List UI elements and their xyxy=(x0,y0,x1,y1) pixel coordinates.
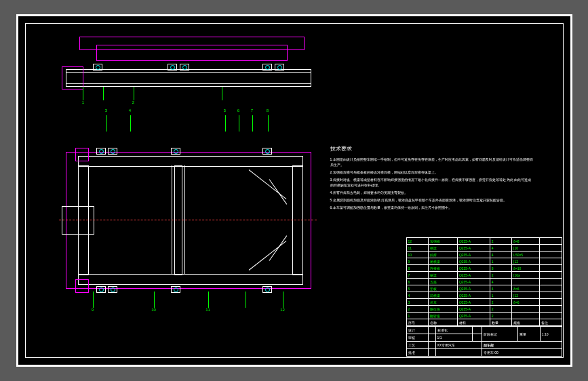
leader xyxy=(106,115,107,132)
bom-cell-note xyxy=(540,285,562,292)
bom-row: 12加强板Q235-A2δ=8 xyxy=(406,238,562,245)
bom-cell-qty: 2 xyxy=(490,313,511,319)
mount xyxy=(108,286,117,293)
mount-4 xyxy=(262,64,272,71)
note-line: 2.加强板焊接可与棋条板的棱边对接焊接，两端处以塞焊焊接在纵梁上。 xyxy=(330,169,534,175)
bom-cell-spec xyxy=(512,313,540,319)
bom-row: 9尾横梁Q235-A1[12 xyxy=(406,258,562,265)
bom-cell-qty: 2 xyxy=(490,306,511,313)
bom-cell-mat: Q235-A xyxy=(457,252,490,258)
bom-cell-note xyxy=(540,306,562,313)
bom-cell-mat: Q235-A xyxy=(457,313,490,319)
bom-hdr-no: 序号 xyxy=(406,319,428,326)
mount xyxy=(171,286,180,293)
balloon-label: 11 xyxy=(205,308,211,313)
bom-row: 11横梁Q235-A4[10 xyxy=(406,245,562,252)
title-block-lower: 设计 标准化 阶段标记 重量 1:10 审核 1/1 工艺 XX专用汽车 副车架… xyxy=(406,326,562,357)
tb-sheet-label: 1/1 xyxy=(435,334,473,342)
bom-row: 1翻转座Q235-A2 xyxy=(406,313,562,319)
mount xyxy=(262,148,272,155)
bom-cell-no: 3 xyxy=(406,299,428,306)
balloon-label: 3 xyxy=(104,108,109,114)
bom-cell-note xyxy=(540,265,562,272)
bom-row: 4前横梁Q235-A1[12 xyxy=(406,292,562,299)
mount xyxy=(108,148,117,155)
bom-cell-spec: [12 xyxy=(512,258,540,265)
bom-cell-qty: 2 xyxy=(490,299,511,306)
bom-row: 5垫板Q235-A4δ=6 xyxy=(406,285,562,292)
accessory-box xyxy=(62,206,94,235)
bom-cell-spec: [10 xyxy=(512,245,540,252)
leader xyxy=(154,292,155,308)
end-block-left xyxy=(62,66,83,89)
bom-hdr-qty: 数量 xyxy=(490,319,511,326)
leader xyxy=(239,115,239,132)
bom-cell-name: 纵梁 xyxy=(428,272,457,279)
tb-approve-label: 批准 xyxy=(406,349,428,357)
bom-cell-mat: Q235-A xyxy=(457,265,490,272)
bom-cell-note xyxy=(540,299,562,306)
chassis-envelope xyxy=(66,152,311,289)
mount xyxy=(262,286,272,293)
bom-cell-qty: 8 xyxy=(490,265,511,272)
note-line: 6.本车架可调配加强筋位置与数量，纵竖梁均保持一致原则，未注尺寸参照图中。 xyxy=(330,205,534,210)
bom-cell-name: 限位块 xyxy=(428,306,457,313)
bom-cell-note xyxy=(540,258,562,265)
balloon-label: 7 xyxy=(250,108,255,114)
tb-company: XX专用汽车 xyxy=(435,342,482,349)
bom-cell-spec: L50×5 xyxy=(512,252,540,258)
leader xyxy=(130,115,131,132)
title-block: 12加强板Q235-A2δ=811横梁Q235-A4[1010斜撑Q235-A4… xyxy=(406,237,562,357)
mount xyxy=(96,148,106,155)
technical-requirements: 技术要求 1.本图是由设计员按照整车图纸一手绘制，但不可避免存在免存在误差，生产… xyxy=(330,145,534,212)
crossmember-right xyxy=(292,165,303,275)
leader xyxy=(283,292,283,308)
bom-cell-mat: Q235-A xyxy=(457,272,490,279)
tb-std-label: 标准化 xyxy=(435,327,473,334)
balloon-label: 2 xyxy=(131,100,136,106)
bom-cell-qty: 4 xyxy=(490,252,511,258)
bom-cell-mat: Q235-A xyxy=(457,258,490,265)
tb-weight: 重量 xyxy=(518,327,540,342)
drawing-title: 副车架 xyxy=(482,342,562,349)
bom-row: 10斜撑Q235-A4L50×5 xyxy=(406,252,562,258)
bom-cell-qty: 2 xyxy=(490,272,511,279)
bom-cell-spec: δ=8 xyxy=(512,238,540,245)
bom-cell-qty: 1 xyxy=(490,292,511,299)
mount xyxy=(96,286,106,293)
bom-hdr-mat: 材料 xyxy=(457,319,490,326)
tb-process-label: 工艺 xyxy=(406,342,428,349)
bom-cell-name: 垫板 xyxy=(428,285,457,292)
balloon-label: 5 xyxy=(222,108,228,114)
bom-cell-note xyxy=(540,272,562,279)
balloon-label: 4 xyxy=(128,108,133,114)
bom-cell-name: 连接板 xyxy=(428,265,457,272)
bom-cell-qty: 4 xyxy=(490,285,511,292)
bom-cell-mat: Q235-A xyxy=(457,238,490,245)
balloon-label: 6 xyxy=(236,108,241,114)
bom-cell-name: 前横梁 xyxy=(428,292,457,299)
balloon-label: 9 xyxy=(90,308,96,313)
bom-cell-qty: 4 xyxy=(490,245,511,252)
bom-cell-mat: Q235-A xyxy=(457,285,490,292)
mount-1 xyxy=(93,64,102,71)
leader xyxy=(225,115,226,132)
elevation-view: 1 2 xyxy=(66,37,310,104)
bom-cell-spec: [12 xyxy=(512,292,540,299)
bom-cell-name: 斜撑 xyxy=(428,252,457,258)
note-line: 4.所有件焊后去毛刺，焊缝要求均匀美观没有裂纹。 xyxy=(330,190,534,195)
bom-cell-name: 翻转座 xyxy=(428,313,457,319)
bom-cell-mat: Q235-A xyxy=(457,292,490,299)
bom-cell-spec: [16a xyxy=(512,272,540,279)
tb-check-label: 审核 xyxy=(406,334,428,342)
bom-row: 8连接板Q235-A8δ=10 xyxy=(406,265,562,272)
bom-cell-name: 加强板 xyxy=(428,238,457,245)
bom-cell-note xyxy=(540,313,562,319)
longitudinal-beam-inner xyxy=(66,72,311,84)
balloon-label: 12 xyxy=(280,308,286,313)
bom-cell-spec xyxy=(512,279,540,285)
bom-table: 12加强板Q235-A2δ=811横梁Q235-A4[1010斜撑Q235-A4… xyxy=(406,237,562,326)
tb-stage: 阶段标记 xyxy=(482,327,518,342)
bom-cell-note xyxy=(540,245,562,252)
bom-cell-no: 10 xyxy=(406,252,428,258)
